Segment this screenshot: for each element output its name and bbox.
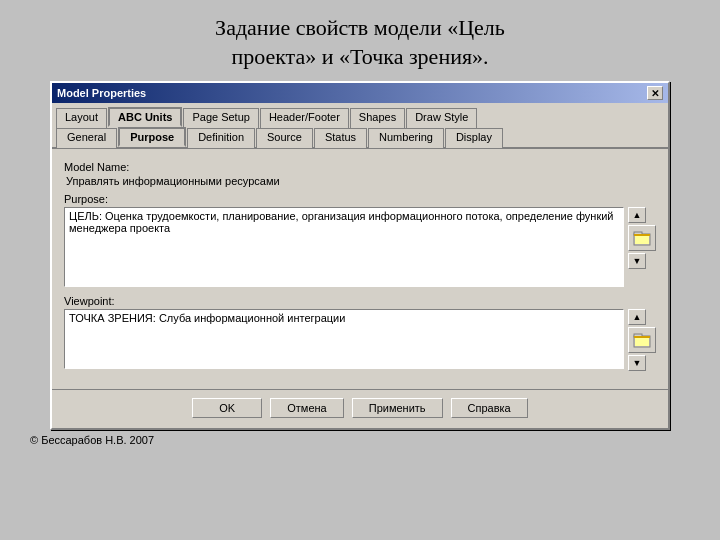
tab-definition[interactable]: Definition xyxy=(187,128,255,148)
viewpoint-scroll-down[interactable]: ▼ xyxy=(628,355,646,371)
tab-row-1: Layout ABC Units Page Setup Header/Foote… xyxy=(52,103,668,129)
viewpoint-textarea[interactable] xyxy=(64,309,624,369)
purpose-textarea[interactable] xyxy=(64,207,624,287)
close-button[interactable]: ✕ xyxy=(647,86,663,100)
viewpoint-side-buttons: ▲ ▼ xyxy=(628,309,656,371)
tab-status[interactable]: Status xyxy=(314,128,367,148)
folder-icon xyxy=(633,229,651,247)
svg-rect-3 xyxy=(634,234,650,236)
title-bar: Model Properties ✕ xyxy=(52,83,668,103)
tab-row-2: General Purpose Definition Source Status… xyxy=(52,127,668,149)
purpose-row: ▲ ▼ xyxy=(64,207,656,287)
tab-purpose[interactable]: Purpose xyxy=(118,127,186,147)
viewpoint-scroll-up[interactable]: ▲ xyxy=(628,309,646,325)
viewpoint-row: ▲ ▼ xyxy=(64,309,656,371)
tab-abc-units[interactable]: ABC Units xyxy=(108,107,182,127)
tab-numbering[interactable]: Numbering xyxy=(368,128,444,148)
dialog-title: Model Properties xyxy=(57,87,146,99)
dialog-window: Model Properties ✕ Layout ABC Units Page… xyxy=(50,81,670,430)
folder-icon-2 xyxy=(633,331,651,349)
copyright: © Бессарабов Н.В. 2007 xyxy=(0,434,154,446)
model-name-value: Управлять информационными ресурсами xyxy=(66,175,656,187)
purpose-scroll-up[interactable]: ▲ xyxy=(628,207,646,223)
purpose-side-buttons: ▲ ▼ xyxy=(628,207,656,269)
svg-rect-2 xyxy=(635,235,649,244)
help-button[interactable]: Справка xyxy=(451,398,528,418)
tab-display[interactable]: Display xyxy=(445,128,503,148)
page-title: Задание свойств модели «Цель проекта» и … xyxy=(185,0,535,81)
viewpoint-label: Viewpoint: xyxy=(64,295,656,307)
model-name-label: Model Name: xyxy=(64,161,656,173)
dialog-footer: OK Отмена Применить Справка xyxy=(52,389,668,428)
tab-layout[interactable]: Layout xyxy=(56,108,107,128)
ok-button[interactable]: OK xyxy=(192,398,262,418)
tab-header-footer[interactable]: Header/Footer xyxy=(260,108,349,128)
tab-source[interactable]: Source xyxy=(256,128,313,148)
svg-rect-7 xyxy=(634,336,650,338)
purpose-label: Purpose: xyxy=(64,193,656,205)
tab-page-setup[interactable]: Page Setup xyxy=(183,108,259,128)
tab-draw-style[interactable]: Draw Style xyxy=(406,108,477,128)
tab-shapes[interactable]: Shapes xyxy=(350,108,405,128)
tab-general[interactable]: General xyxy=(56,128,117,148)
dialog-body: Model Name: Управлять информационными ре… xyxy=(52,149,668,387)
svg-rect-6 xyxy=(635,337,649,346)
purpose-icon-button[interactable] xyxy=(628,225,656,251)
purpose-scroll-down[interactable]: ▼ xyxy=(628,253,646,269)
viewpoint-icon-button[interactable] xyxy=(628,327,656,353)
cancel-button[interactable]: Отмена xyxy=(270,398,343,418)
apply-button[interactable]: Применить xyxy=(352,398,443,418)
